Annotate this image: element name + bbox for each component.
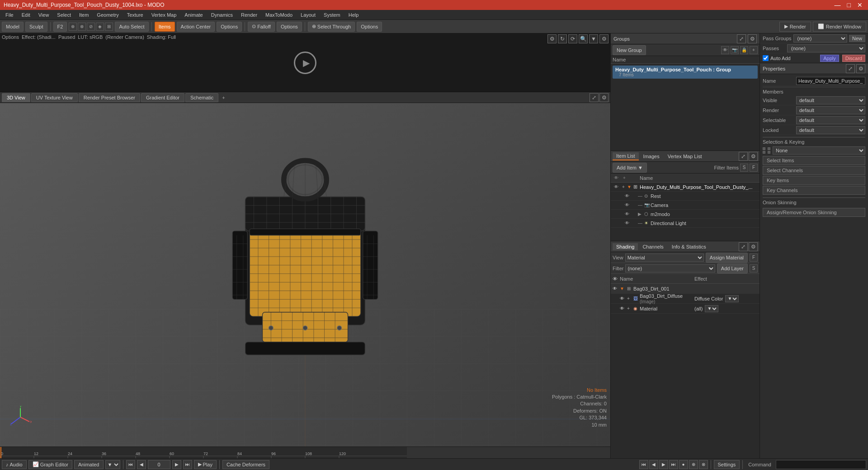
audio-btn[interactable]: ♪ Audio bbox=[2, 460, 27, 469]
options2-btn[interactable]: Options bbox=[277, 22, 302, 32]
item-row-1[interactable]: 👁 — ⊙ Rest bbox=[611, 192, 760, 201]
sh-f-btn[interactable]: F bbox=[750, 254, 758, 262]
graph-editor-btn[interactable]: 📈 Graph Editor bbox=[28, 460, 72, 469]
settings-btn[interactable]: Settings bbox=[714, 460, 740, 469]
render-window-btn[interactable]: ⬜ Render Window bbox=[813, 22, 866, 32]
menu-file[interactable]: File bbox=[2, 11, 17, 19]
item-row-3[interactable]: 👁 ▶ ⬡ m2modo bbox=[611, 210, 760, 219]
passes-select[interactable]: (none) bbox=[787, 44, 865, 52]
timeline-ruler[interactable]: 0 12 24 36 48 60 72 84 96 108 120 bbox=[0, 447, 610, 458]
add-layer-btn[interactable]: Add Layer bbox=[717, 263, 748, 273]
auto-add-checkbox[interactable] bbox=[763, 55, 769, 61]
pass-groups-select[interactable]: (none) bbox=[793, 34, 847, 42]
tab-schematic[interactable]: Schematic bbox=[185, 93, 218, 102]
item-vis-2[interactable]: 👁 bbox=[623, 202, 631, 207]
preview-ctrl-3[interactable]: ⟳ bbox=[568, 34, 577, 43]
preview-ctrl-1[interactable]: ⚙ bbox=[547, 34, 557, 43]
apply-btn[interactable]: Apply bbox=[820, 55, 839, 62]
item-vis-0[interactable]: 👁 bbox=[613, 184, 620, 189]
preview-ctrl-6[interactable]: ⚙ bbox=[599, 34, 609, 43]
key-items-btn[interactable]: Key Items bbox=[763, 176, 865, 185]
viewport-3d[interactable]: Perspective Default Ray GL: Off ⌂ ↻ 🔍 ⚙ bbox=[0, 103, 610, 446]
preview-play-btn[interactable] bbox=[294, 52, 316, 74]
shading-row-1[interactable]: 👁 + 🖼 Bag03_Dirt_Diffuse (Image) Diffuse… bbox=[611, 294, 760, 304]
menu-help[interactable]: Help bbox=[345, 11, 363, 19]
item-row-2[interactable]: 👁 — 📷 Camera bbox=[611, 201, 760, 210]
animated-select[interactable]: ▼ bbox=[105, 460, 120, 469]
select-items-btn[interactable]: Select Items bbox=[763, 156, 865, 165]
item-lock-0[interactable]: + bbox=[620, 184, 627, 189]
menu-item[interactable]: Item bbox=[75, 11, 92, 19]
transport-to-start[interactable]: ⏮ bbox=[126, 460, 135, 469]
transport-to-end[interactable]: ⏭ bbox=[183, 460, 192, 469]
sh-menu-btn[interactable]: ⚙ bbox=[749, 242, 758, 251]
sh-tab-info[interactable]: Info & Statistics bbox=[668, 243, 710, 250]
menu-edit[interactable]: Edit bbox=[18, 11, 34, 19]
tool-icon-4[interactable]: ◈ bbox=[96, 23, 104, 31]
il-tab-item-list[interactable]: Item List bbox=[613, 152, 639, 160]
tab-gradient-editor[interactable]: Gradient Editor bbox=[141, 93, 184, 102]
options1-btn[interactable]: Options bbox=[217, 22, 242, 32]
select-through-btn[interactable]: ⊕ Select Through bbox=[308, 22, 355, 32]
items-btn[interactable]: Items bbox=[155, 22, 175, 32]
assign-material-btn[interactable]: Assign Material bbox=[706, 253, 748, 263]
preview-ctrl-5[interactable]: ▼ bbox=[589, 34, 598, 43]
item-row-4[interactable]: 👁 — ☀ Directional Light bbox=[611, 219, 760, 228]
play-btn[interactable]: ▶ Play bbox=[194, 460, 217, 469]
menu-vertex-map[interactable]: Vertex Map bbox=[148, 11, 180, 19]
menu-animate[interactable]: Animate bbox=[181, 11, 206, 19]
mode-model-btn[interactable]: Model bbox=[2, 22, 24, 32]
auto-select-btn[interactable]: Auto Select bbox=[115, 22, 148, 32]
vp-expand-btn[interactable]: ⤢ bbox=[590, 93, 599, 102]
menu-geometry[interactable]: Geometry bbox=[93, 11, 122, 19]
menu-render[interactable]: Render bbox=[237, 11, 261, 19]
sh-s-btn[interactable]: S bbox=[750, 264, 758, 273]
tool-icon-5[interactable]: ⊞ bbox=[105, 23, 113, 31]
name-input[interactable] bbox=[796, 77, 865, 85]
maximize-btn[interactable]: □ bbox=[845, 1, 853, 9]
menu-view[interactable]: View bbox=[35, 11, 53, 19]
close-btn[interactable]: ✕ bbox=[855, 1, 864, 9]
il-menu-btn[interactable]: ⚙ bbox=[749, 152, 758, 161]
preview-ctrl-4[interactable]: 🔍 bbox=[579, 34, 588, 43]
animated-btn[interactable]: Animated bbox=[74, 460, 103, 469]
il-tab-images[interactable]: Images bbox=[640, 153, 663, 160]
menu-select[interactable]: Select bbox=[53, 11, 75, 19]
tab-3d-view[interactable]: 3D View bbox=[2, 93, 30, 102]
locked-select[interactable]: default bbox=[796, 126, 865, 134]
groups-icon-2[interactable]: 📷 bbox=[731, 46, 739, 54]
assign-remove-onion-btn[interactable]: Assign/Remove Onion Skinning bbox=[763, 208, 865, 217]
item-vis-1[interactable]: 👁 bbox=[623, 193, 631, 198]
vp-menu-btn[interactable]: ⚙ bbox=[599, 93, 609, 102]
sh-diffuse-select[interactable]: ▼ bbox=[725, 295, 739, 302]
transport-prev[interactable]: ◀ bbox=[137, 460, 146, 469]
menu-maxtomodo[interactable]: MaxToModo bbox=[262, 11, 296, 19]
preview-options-label[interactable]: Options bbox=[2, 34, 19, 40]
preview-ctrl-2[interactable]: ↻ bbox=[558, 34, 567, 43]
menu-texture[interactable]: Texture bbox=[123, 11, 147, 19]
sh-material-select[interactable]: ▼ bbox=[705, 305, 718, 312]
shading-view-select[interactable]: Material bbox=[625, 254, 704, 262]
f2-btn[interactable]: F2 bbox=[53, 22, 67, 32]
tool-icon-3[interactable]: ⊘ bbox=[87, 23, 95, 31]
minimize-btn[interactable]: — bbox=[833, 1, 843, 9]
shading-row-2[interactable]: 👁 + ◉ Material (all) ▼ bbox=[611, 304, 760, 314]
il-filter-s[interactable]: S bbox=[740, 164, 748, 172]
sh-expand-btn[interactable]: ⤢ bbox=[739, 242, 748, 251]
il-expand-btn[interactable]: ⤢ bbox=[739, 152, 748, 161]
command-input[interactable] bbox=[776, 460, 866, 469]
viewport-tab-add[interactable]: + bbox=[219, 94, 227, 101]
item-row-0[interactable]: 👁 + ▼ ⊞ Heavy_Duty_Multi_Purpose_Tool_Po… bbox=[611, 183, 760, 192]
sh-tab-shading[interactable]: Shading bbox=[613, 243, 638, 250]
selectable-select[interactable]: default bbox=[796, 116, 865, 124]
visible-select[interactable]: default bbox=[796, 96, 865, 104]
shading-filter-select[interactable]: (none) bbox=[625, 264, 715, 273]
groups-expand-btn[interactable]: ⤢ bbox=[737, 34, 746, 43]
falloff-btn[interactable]: ⊙ Falloff bbox=[248, 22, 275, 32]
groups-icon-3[interactable]: 🔒 bbox=[740, 46, 748, 54]
tab-uv-texture[interactable]: UV Texture View bbox=[31, 93, 78, 102]
action-center-btn[interactable]: Action Center bbox=[177, 22, 215, 32]
props-menu-btn[interactable]: ⚙ bbox=[856, 64, 865, 73]
keying-none-select[interactable]: None bbox=[773, 146, 865, 155]
il-tab-vertex-map[interactable]: Vertex Map List bbox=[664, 153, 706, 160]
